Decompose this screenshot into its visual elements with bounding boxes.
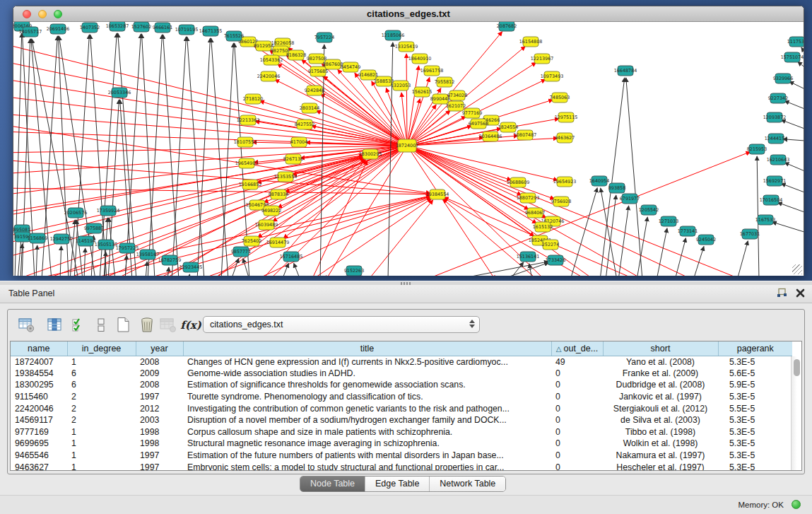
graph-node[interactable]: 2718120 [243,94,263,104]
close-panel-icon[interactable] [796,288,805,298]
graph-node[interactable]: 9175685 [308,66,328,76]
graph-node[interactable]: 15716485 [280,252,303,262]
column-header[interactable]: △out_de... [551,341,603,356]
minimize-window-button[interactable] [38,10,47,18]
new-column-icon[interactable] [113,315,134,335]
graph-node[interactable]: 11353554 [274,172,298,182]
graph-node[interactable]: 8427552 [295,119,314,129]
tab-network-table[interactable]: Network Table [430,477,505,491]
table-row[interactable]: 1872400712008Changes of HCN gene express… [11,356,792,368]
graph-node[interactable]: 2087682 [497,22,517,31]
graph-node[interactable]: 1156869 [28,233,47,243]
zoom-window-button[interactable] [54,10,62,18]
graph-node[interactable]: 9975887 [84,223,104,233]
graph-node[interactable]: 7625402 [242,236,261,246]
graph-node[interactable]: 1271033 [659,216,678,226]
graph-node[interactable]: 1733426 [546,255,565,265]
graph-node[interactable]: 1562615 [412,87,432,97]
graph-node[interactable]: 8878334 [269,189,288,199]
column-header[interactable]: short [603,341,718,356]
graph-node[interactable]: 12213967 [531,54,554,64]
graph-node[interactable]: 13958167 [136,250,160,259]
column-header[interactable]: title [183,341,551,356]
tab-node-table[interactable]: Node Table [300,477,365,491]
table-selector[interactable]: citations_edges.txt [203,316,480,333]
graph-node[interactable]: 15751074 [781,52,804,62]
graph-node[interactable]: 10807487 [514,130,537,140]
float-panel-icon[interactable] [777,288,787,298]
graph-node[interactable]: 18640910 [408,54,432,64]
graph-node[interactable]: 13505135 [95,240,118,250]
graph-node[interactable]: 9227342 [768,93,788,103]
graph-node[interactable]: 22420046 [257,71,281,81]
column-header[interactable]: name [11,341,67,356]
graph-node[interactable]: 7955812 [435,77,454,87]
graph-node[interactable]: 1205542 [639,205,659,215]
graph-node[interactable]: 9857771 [231,247,251,257]
graph-node[interactable]: 12213363 [237,115,260,125]
graph-node[interactable]: 9777169 [462,108,482,118]
graph-node[interactable]: 1824554 [498,122,518,132]
table-row[interactable]: 1830029562008Estimation of significance … [11,379,792,391]
graph-node[interactable]: 7485063 [550,93,570,103]
graph-node[interactable]: 10719195 [175,25,199,35]
graph-node[interactable]: 20364486 [479,132,502,141]
graph-node[interactable]: 417004 [290,137,307,147]
graph-node[interactable]: 9329966 [773,74,793,83]
tab-edge-table[interactable]: Edge Table [365,477,430,491]
table-scrollbar-thumb[interactable] [794,359,800,376]
graph-node[interactable]: 15692971 [763,176,787,186]
graph-node[interactable]: 6791977 [620,194,640,204]
graph-node[interactable]: 12185066 [382,30,405,40]
graph-node[interactable]: 19654903 [235,158,259,168]
table-row[interactable]: 946554611997Estimation of the future num… [11,450,792,462]
graph-node[interactable]: 1773141 [678,226,698,236]
graph-node[interactable]: 16914479 [266,238,290,247]
graph-node[interactable]: 9498222 [261,206,281,216]
graph-node[interactable]: 10653287 [106,22,129,31]
window-resize-grip[interactable] [792,264,802,274]
graph-node[interactable]: 1322053 [391,81,411,90]
graph-node[interactable]: 1615132 [533,222,553,232]
graph-node[interactable]: 8267130 [283,154,303,164]
graph-node[interactable]: 1621072 [446,101,466,111]
graph-node[interactable]: 12093872 [763,112,787,122]
graph-node[interactable]: 9756928 [551,197,571,206]
column-header[interactable]: year [136,341,183,356]
graph-node[interactable]: 1640954 [589,176,609,186]
graph-node[interactable]: 20053346 [108,88,131,98]
table-row[interactable]: 977716911998Corpus callosum shape and si… [11,426,792,438]
graph-node[interactable]: 12444154 [765,134,788,144]
graph-node[interactable]: 8186328 [286,50,306,60]
graph-node[interactable]: 16961758 [420,66,444,76]
graph-node[interactable]: 9466161 [153,23,172,33]
graph-node[interactable]: 2803144 [300,103,319,113]
table-row[interactable]: 911546021997Tourette syndrome. Phenomeno… [11,391,792,403]
graph-node[interactable]: 1677031 [740,229,760,239]
table-scrollbar[interactable] [791,356,801,470]
graph-node[interactable]: 7957224 [314,33,334,42]
graph-node[interactable]: 8454749 [341,62,360,72]
table-row[interactable]: 969969511998Structural magnetic resonanc… [11,438,792,450]
graph-node[interactable]: 893858 [608,183,625,193]
table-mode-icon[interactable] [90,315,112,335]
graph-node[interactable]: 8215953 [747,144,767,154]
graph-node[interactable]: 6734028 [447,90,467,100]
graph-node[interactable]: 15136141 [517,252,540,262]
graph-node[interactable]: 18107554 [234,137,257,147]
column-header[interactable]: in_degree [67,341,136,356]
graph-node[interactable]: 16154808 [519,37,543,47]
graph-node[interactable]: 1407352 [80,23,100,33]
graph-node[interactable]: 9684067 [525,208,545,218]
graph-node[interactable]: 9242848 [305,86,324,95]
graph-node[interactable]: 1117534 [787,37,804,47]
citation-network-graph[interactable]: 1872400718300295193845549860128891295418… [13,22,804,276]
graph-node[interactable]: 9245042 [696,235,716,245]
table-row[interactable]: 2242004622012Investigating the contribut… [11,402,792,414]
network-canvas[interactable]: 1872400718300295193845549860128891295418… [13,22,804,276]
table-options-icon[interactable] [16,315,37,335]
graph-node[interactable]: 1167533 [755,215,775,225]
graph-node[interactable]: 20691406 [47,24,70,34]
delete-column-icon[interactable] [136,315,158,335]
table-row[interactable]: 1456911722003Disruption of a novel membe… [11,414,792,426]
